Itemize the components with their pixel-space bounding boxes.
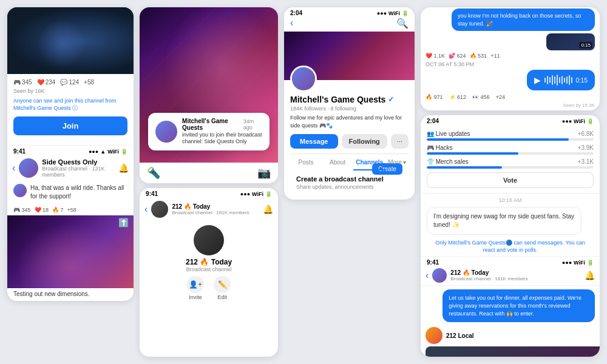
- profile-name: Mitchell's Game Quests ✓: [290, 95, 409, 104]
- vote-button[interactable]: Vote: [427, 172, 594, 188]
- chat-avatar: [13, 184, 27, 197]
- verified-badge: ✓: [388, 95, 394, 104]
- seen-info: Seen by 15.3K: [421, 103, 600, 110]
- profile-search-icon[interactable]: 🔍: [396, 18, 409, 29]
- channel-info: Anyone can see and join this channel fro…: [13, 98, 127, 112]
- column-2: Mitchell's Game Quests 34m ago invited y…: [140, 7, 278, 357]
- poll-item-2: 🎮 Hacks +3.9K: [427, 144, 594, 155]
- create-broadcast-title: Create a broadcast channel: [296, 175, 402, 183]
- broadcast-name: 212 🔥 Today: [144, 258, 273, 266]
- create-broadcast-sub: Share updates, announcements: [296, 184, 402, 190]
- profile-hero: [284, 32, 415, 80]
- msg-reactions-upper: ❤️ 1.1K 💕 624 🔥 531 +11: [421, 52, 600, 60]
- date-label: OCT 06 AT 5:30 PM: [421, 60, 600, 69]
- more-button[interactable]: ···: [391, 134, 409, 149]
- play-icon[interactable]: ▶: [534, 75, 541, 85]
- bottom-messenger-section: 9:41 ●●● WiFi 🔋 ‹ 212 🔥 Today: [421, 256, 600, 357]
- chat-text: Ha, that was a wild ride. Thanks all for…: [30, 184, 127, 201]
- bottom-back-button[interactable]: ‹: [426, 270, 429, 281]
- avatar-img: [19, 158, 38, 178]
- poll-bar-3: [427, 166, 502, 169]
- bottom-chat-bubble: Let us take you out for dinner, all expe…: [443, 289, 595, 322]
- broadcast-center: 212 🔥 Today Broadcast channel 👤+ Invite …: [140, 220, 278, 305]
- image-caption: Testing out new dimensions.: [7, 288, 134, 301]
- chat-message-row: Ha, that was a wild ride. Thanks all for…: [13, 184, 127, 201]
- notif-avatar: [155, 121, 177, 143]
- tab-about[interactable]: About: [322, 154, 353, 170]
- hero-image: [7, 7, 134, 74]
- invite-action[interactable]: 👤+ Invite: [187, 276, 204, 300]
- channel-restriction: Only Mitchell's Game Quests🔵 can send me…: [421, 237, 600, 256]
- status-bar-1: 9:41 ●●● ▲ WiFi 🔋: [7, 146, 134, 156]
- share-icon[interactable]: ⬆️: [118, 218, 129, 228]
- back-button-2[interactable]: ‹: [144, 204, 148, 215]
- sub-channel-header: ‹ 212 🔥 Today Broadcast channel · 181K m…: [140, 198, 278, 220]
- channel-name: Side Quests Only: [42, 158, 115, 166]
- tab-more[interactable]: More ▾: [385, 154, 409, 170]
- chat-status-bar: 2:04 ●●● WiFi 🔋: [421, 115, 600, 126]
- local-image: [426, 346, 600, 357]
- profile-bio: Follow me for epic adventures and my lov…: [290, 114, 409, 129]
- tab-posts[interactable]: Posts: [290, 154, 322, 170]
- notification-phone: Mitchell's Game Quests 34m ago invited y…: [140, 7, 278, 183]
- sub-channel-sub: Broadcast channel · 181K members: [172, 210, 259, 215]
- broadcast-phone-card: 9:41 ●●● WiFi 🔋 ‹ 212 🔥 Today: [140, 188, 278, 357]
- local-avatar: [426, 327, 443, 344]
- edit-action[interactable]: ✏️ Edit: [214, 276, 231, 300]
- bell-icon-2[interactable]: 🔔: [263, 204, 273, 214]
- controller-icon: 🎮: [13, 79, 21, 86]
- channel-name-block: Side Quests Only Broadcast channel · 131…: [42, 158, 115, 178]
- controller-reaction: 🎮 345: [13, 79, 32, 86]
- chat-section: 9:41 ●●● ▲ WiFi 🔋 ‹ Side Quests Only: [7, 145, 134, 301]
- status-icons: ●●● ▲ WiFi 🔋: [89, 148, 127, 155]
- mini-reactions: 🎮 345 ❤️ 18 🔥 7 +58: [7, 204, 134, 215]
- bottom-bell-icon[interactable]: 🔔: [585, 271, 595, 280]
- notif-text-block: Mitchell's Game Quests 34m ago invited y…: [182, 118, 262, 146]
- bell-icon[interactable]: 🔔: [118, 163, 129, 173]
- post-image: ⬆️: [7, 215, 134, 288]
- profile-status-bar: 2:04 ●●● WiFi 🔋: [284, 7, 415, 18]
- column-3: 2:04 ●●● WiFi 🔋 ‹ 🔍 Mitchell's Game Q: [284, 7, 415, 357]
- invite-icon: 👤+: [187, 276, 204, 293]
- broadcast-type: Broadcast channel: [144, 266, 273, 272]
- voice-duration: 0:15: [576, 77, 588, 84]
- message-upper: you know I'm not holding back on those s…: [452, 8, 595, 31]
- notif-channel-name: Mitchell's Game Quests: [182, 118, 243, 131]
- comment-reaction: 💬 124: [60, 79, 79, 86]
- channel-header: ‹ Side Quests Only Broadcast channel · 1…: [7, 156, 134, 180]
- profile-actions: Message Following ···: [290, 134, 409, 149]
- poll-area: 👥 Live updates +6.8K 🎮 Hacks: [421, 126, 600, 194]
- sub-channel-avatar: [151, 201, 168, 218]
- chevron-down-icon: ▾: [403, 159, 406, 166]
- local-name: 212 Local: [446, 332, 474, 339]
- heart-reaction: ❤️ 234: [37, 79, 56, 86]
- reactions-row: 🎮 345 ❤️ 234 💬 124 +58: [13, 79, 127, 86]
- sub-channel-name: 212 🔥 Today: [172, 203, 259, 210]
- time-divider: 10:16 AM: [421, 194, 600, 207]
- camera-icon[interactable]: 📷: [257, 166, 271, 180]
- following-button[interactable]: Following: [342, 134, 387, 149]
- notif-time: 34m ago: [243, 118, 262, 130]
- join-button[interactable]: Join: [13, 116, 127, 135]
- local-item: 212 Local: [421, 325, 600, 346]
- tab-channels[interactable]: Channels: [353, 154, 385, 170]
- message-button[interactable]: Message: [290, 134, 337, 149]
- poll-bar-1: [427, 138, 569, 141]
- torch-icon[interactable]: 🔦: [147, 166, 160, 180]
- profile-body: Mitchell's Game Quests ✓ 184K followers …: [284, 80, 415, 200]
- back-button[interactable]: ‹: [12, 163, 15, 174]
- broadcast-avatar: [194, 225, 224, 255]
- profile-back-button[interactable]: ‹: [290, 18, 293, 29]
- channel-join-card: 🎮 345 ❤️ 234 💬 124 +58 Seen by 1: [7, 7, 134, 301]
- gradient-bg: Mitchell's Game Quests 34m ago invited y…: [140, 7, 278, 163]
- channel-avatar: [19, 158, 38, 178]
- camera-bar: 🔦 📷: [140, 163, 278, 183]
- bottom-status-bar: 9:41 ●●● WiFi 🔋: [421, 257, 600, 267]
- profile-tabs: Posts About Channels More ▾: [290, 153, 409, 170]
- notification-bubble[interactable]: Mitchell's Game Quests 34m ago invited y…: [148, 113, 270, 150]
- column-4: you know I'm not holding back on those s…: [421, 7, 600, 357]
- poll-count-3: +3.1K: [578, 158, 594, 165]
- comment-icon: 💬: [60, 79, 67, 86]
- video-duration: 0:15: [579, 42, 592, 49]
- profile-stats: 184K followers · 8 following: [290, 106, 409, 112]
